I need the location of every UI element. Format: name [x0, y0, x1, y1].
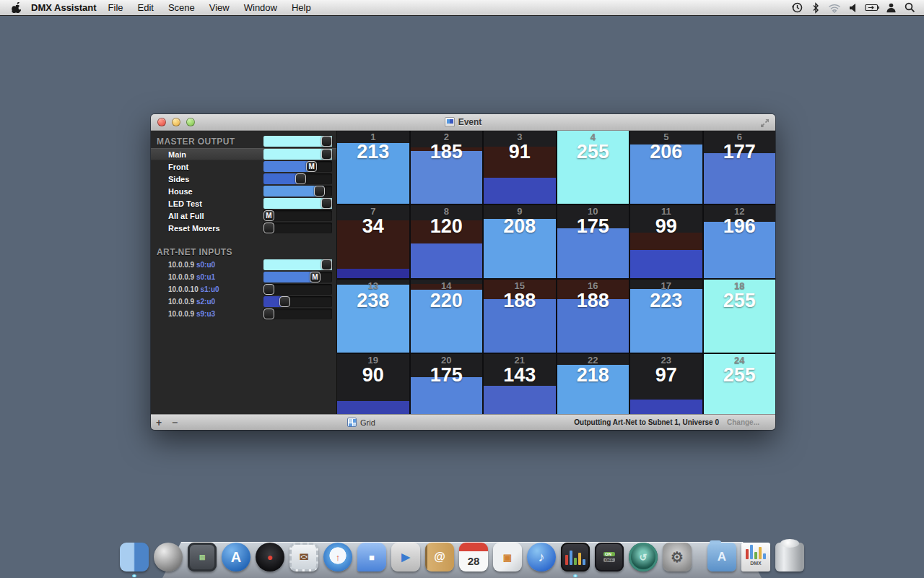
dock-safari[interactable]: ↑: [323, 543, 352, 571]
time-machine-icon[interactable]: [790, 1, 804, 14]
level-slider[interactable]: [263, 296, 332, 307]
dock-facetime[interactable]: ▶: [391, 543, 420, 571]
fullscreen-arrows-icon[interactable]: [760, 118, 770, 131]
level-slider[interactable]: [263, 284, 332, 295]
level-slider[interactable]: M: [263, 272, 332, 282]
dock-calendar[interactable]: 28: [459, 543, 488, 571]
slider-thumb[interactable]: [321, 136, 332, 147]
dock-mail[interactable]: ✉: [289, 543, 318, 571]
master-item-sides[interactable]: Sides: [151, 173, 336, 185]
level-slider[interactable]: [263, 186, 332, 197]
menu-edit[interactable]: Edit: [131, 2, 161, 13]
grid-cell-21[interactable]: 21143: [484, 354, 556, 414]
change-output-button[interactable]: Change...: [727, 418, 759, 426]
level-slider[interactable]: M: [263, 161, 332, 172]
dock-app-store[interactable]: A: [222, 543, 250, 571]
slider-thumb[interactable]: [279, 296, 290, 307]
bluetooth-icon[interactable]: [808, 1, 823, 14]
grid-cell-18[interactable]: 18255: [704, 280, 776, 353]
grid-cell-2[interactable]: 2185: [411, 131, 483, 204]
grid-cell-20[interactable]: 20175: [411, 354, 483, 414]
slider-thumb-midi[interactable]: M: [310, 272, 321, 282]
master-item-all-at-full[interactable]: All at FullM: [151, 210, 336, 222]
grid-cell-16[interactable]: 16188: [557, 280, 629, 353]
dock-system-preferences[interactable]: ⚙: [663, 543, 692, 571]
dock-trash[interactable]: [775, 543, 804, 571]
dock-midi-setup[interactable]: ONOFF: [595, 543, 624, 571]
dock-dmx-live[interactable]: [561, 543, 590, 571]
artnet-input-s1-u0[interactable]: 10.0.0.10 s1:u0: [151, 283, 336, 296]
menu-app-name[interactable]: DMX Assistant: [31, 2, 97, 13]
artnet-input-s0-u0[interactable]: 10.0.0.9 s0:u0: [151, 259, 336, 271]
grid-cell-5[interactable]: 5206: [630, 131, 702, 204]
grid-cell-6[interactable]: 6177: [704, 131, 776, 204]
level-slider[interactable]: [263, 149, 332, 160]
dock-time-machine[interactable]: ↺: [629, 543, 658, 571]
wifi-icon[interactable]: [827, 1, 842, 14]
grid-cell-14[interactable]: 14220: [411, 280, 483, 353]
apple-menu-icon[interactable]: [12, 2, 21, 13]
dock-address-book[interactable]: @: [425, 543, 454, 571]
spotlight-icon[interactable]: [902, 1, 917, 14]
grid-cell-10[interactable]: 10175: [557, 205, 629, 278]
grid-cell-11[interactable]: 1199: [630, 205, 702, 278]
grid-cell-9[interactable]: 9208: [484, 205, 556, 278]
artnet-input-s2-u0[interactable]: 10.0.0.9 s2:u0: [151, 296, 336, 308]
grid-cell-19[interactable]: 1990: [337, 354, 409, 414]
minimize-button[interactable]: [172, 118, 180, 126]
slider-thumb[interactable]: [321, 259, 332, 270]
level-slider[interactable]: [263, 223, 332, 233]
dock-launchpad[interactable]: [154, 543, 183, 571]
user-icon[interactable]: [884, 1, 898, 14]
slider-thumb[interactable]: [263, 284, 274, 295]
level-slider[interactable]: [263, 259, 332, 270]
grid-cell-24[interactable]: 24255: [704, 354, 776, 414]
master-item-reset-movers[interactable]: Reset Movers: [151, 222, 336, 234]
grid-cell-8[interactable]: 8120: [411, 205, 483, 278]
add-button[interactable]: +: [151, 417, 167, 428]
slider-thumb-midi[interactable]: M: [306, 161, 317, 172]
level-slider[interactable]: [263, 136, 332, 147]
level-slider[interactable]: [263, 198, 332, 209]
artnet-input-s0-u1[interactable]: 10.0.0.9 s0:u1M: [151, 271, 336, 283]
grid-cell-1[interactable]: 1213: [337, 131, 409, 204]
grid-cell-23[interactable]: 2397: [630, 354, 702, 414]
slider-thumb[interactable]: [321, 198, 332, 209]
dock-mission-control[interactable]: ▤: [188, 543, 217, 571]
remove-button[interactable]: −: [167, 417, 183, 428]
menu-view[interactable]: View: [202, 2, 237, 13]
volume-icon[interactable]: [846, 1, 860, 14]
dock-messages[interactable]: ■: [357, 543, 386, 571]
artnet-input-s9-u3[interactable]: 10.0.0.9 s9:u3: [151, 308, 336, 320]
master-item-led-test[interactable]: LED Test: [151, 197, 336, 210]
master-item-house[interactable]: House: [151, 185, 336, 197]
slider-thumb[interactable]: [321, 149, 332, 160]
menu-help[interactable]: Help: [284, 2, 318, 13]
grid-cell-12[interactable]: 12196: [704, 205, 776, 278]
grid-cell-3[interactable]: 391: [484, 131, 556, 204]
close-button[interactable]: [157, 118, 166, 126]
slider-thumb[interactable]: [263, 223, 274, 233]
grid-cell-7[interactable]: 734: [337, 205, 409, 278]
master-item-front[interactable]: FrontM: [151, 160, 336, 173]
dock-photo-booth[interactable]: ▣: [493, 543, 522, 571]
level-slider[interactable]: [263, 309, 332, 319]
battery-icon[interactable]: [865, 1, 879, 14]
slider-thumb[interactable]: [314, 186, 325, 197]
dock-applications-folder[interactable]: A: [707, 543, 736, 571]
grid-cell-4[interactable]: 4255: [557, 131, 629, 204]
master-item-main[interactable]: Main: [151, 148, 336, 160]
grid-cell-17[interactable]: 17223: [630, 280, 702, 353]
dock-finder[interactable]: [120, 543, 149, 571]
zoom-button[interactable]: [186, 118, 195, 126]
dock-dmx-document[interactable]: DMX: [741, 543, 770, 571]
menu-window[interactable]: Window: [237, 2, 284, 13]
grid-cell-13[interactable]: 13238: [337, 280, 409, 353]
grid-view-toggle[interactable]: Grid: [347, 418, 375, 427]
slider-thumb[interactable]: [263, 309, 274, 319]
dock-itunes[interactable]: ♪: [527, 543, 556, 571]
level-slider[interactable]: [263, 173, 332, 184]
window-titlebar[interactable]: Event: [151, 114, 775, 131]
grid-cell-15[interactable]: 15188: [484, 280, 556, 353]
slider-thumb-midi[interactable]: M: [263, 210, 274, 221]
